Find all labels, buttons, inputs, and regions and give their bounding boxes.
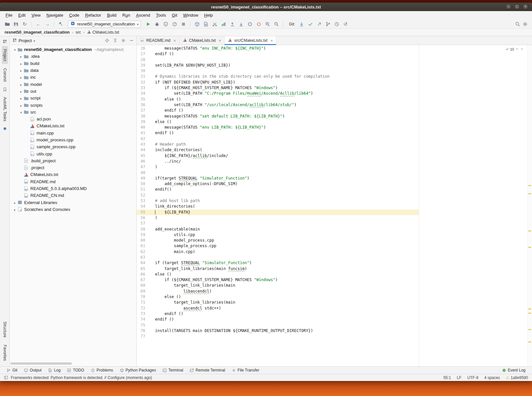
- tree-item-cmakelists-txt[interactable]: CMakeLists.txt: [10, 122, 136, 129]
- code-line[interactable]: 39else (): [137, 119, 527, 125]
- code-line[interactable]: 71 target_link_libraries(main: [137, 300, 527, 305]
- project-stripe-button[interactable]: Project: [2, 46, 8, 64]
- code-line[interactable]: 35 else (): [137, 97, 527, 102]
- warning-stripe-mark[interactable]: [528, 230, 531, 231]
- tree-item-external-libraries[interactable]: ▸External Libraries: [10, 199, 136, 206]
- code-line[interactable]: 57: [137, 221, 527, 226]
- code-line[interactable]: 72 ascendcl stdc++): [137, 306, 527, 311]
- tree-item-model-process-cpp[interactable]: C++model_process.cpp: [10, 136, 136, 143]
- code-line[interactable]: 74endif (): [137, 317, 527, 322]
- tree-item-resnet50-imagenet-classification[interactable]: ▾resnet50_imagenet_classification~/tag/s…: [10, 46, 136, 53]
- bookmark-icon[interactable]: [3, 87, 7, 92]
- locate-file-icon[interactable]: [105, 38, 109, 43]
- remote-terminal-toolwindow-button[interactable]: Remote Terminal: [186, 367, 228, 374]
- editor-tab-readme-md[interactable]: MDREADME.md×: [137, 36, 180, 45]
- menu-build[interactable]: Build: [104, 11, 119, 20]
- code-line[interactable]: 69 libascendcl): [137, 289, 527, 294]
- code-line[interactable]: 28: [137, 57, 527, 63]
- warning-stripe-mark[interactable]: [528, 309, 531, 309]
- code-line[interactable]: 67 if (${CMAKE_HOST_SYSTEM_NAME} MATCHES…: [137, 277, 527, 283]
- menu-navigate[interactable]: Navigate: [43, 11, 66, 20]
- code-line[interactable]: 56): [137, 215, 527, 221]
- search-icon[interactable]: [514, 21, 521, 27]
- code-line[interactable]: 55 ${LIB_PATH}: [137, 210, 527, 215]
- chip-icon[interactable]: [246, 21, 254, 27]
- code-line[interactable]: 49if(target STREQUAL "Simulator_Function…: [137, 176, 527, 181]
- run-icon[interactable]: [144, 21, 152, 27]
- git-branch-icon[interactable]: [324, 21, 332, 27]
- menu-ascend[interactable]: Ascend: [133, 11, 153, 20]
- code-line[interactable]: 68 target_link_libraries(main: [137, 283, 527, 288]
- code-line[interactable]: 62 main.cpp): [137, 249, 527, 255]
- breadcrumb-project[interactable]: resnet50_imagenet_classification: [5, 30, 70, 35]
- inspection-widget[interactable]: 10: [504, 47, 525, 52]
- next-problem-icon[interactable]: [520, 47, 524, 52]
- tree-item-readme-5-0-3-alpha003-md[interactable]: MDREADME_5.0.3.alpha003.MD: [10, 185, 136, 192]
- code-line[interactable]: 65 target_link_libraries(main funcsim): [137, 266, 527, 272]
- sync-icon[interactable]: ↻: [21, 21, 28, 27]
- code-line[interactable]: 44include_directories(: [137, 147, 527, 153]
- stop-icon[interactable]: [180, 21, 187, 27]
- project-horizontal-scrollbar[interactable]: [10, 362, 72, 365]
- code-line[interactable]: 45 ${INC_PATH}/acllib/include/: [137, 153, 527, 159]
- code-line[interactable]: 70 else (): [137, 294, 527, 300]
- minimize-button[interactable]: –: [506, 4, 512, 10]
- warning-stripe-mark[interactable]: [528, 341, 531, 342]
- code-line[interactable]: 31# Dynamic libraries in the stub direct…: [137, 74, 527, 79]
- menu-window[interactable]: Window: [180, 11, 201, 20]
- code-line[interactable]: 66else (): [137, 272, 527, 277]
- editor-tab-src-cmakelists-txt[interactable]: src/CMakeLists.txt×: [225, 36, 276, 45]
- structure-stripe-button[interactable]: Structure: [2, 319, 8, 341]
- chevron-right-icon[interactable]: ▸: [19, 96, 23, 101]
- zoom-in-icon[interactable]: [264, 21, 271, 27]
- file-transfer-toolwindow-button[interactable]: File Transfer: [228, 367, 263, 374]
- indent-style[interactable]: 4 spaces: [484, 375, 500, 380]
- tree-item-model[interactable]: ▸model: [10, 81, 136, 87]
- automl-tasks-stripe-button[interactable]: AutoML Tasks: [2, 94, 8, 124]
- code-line[interactable]: 58add_executable(main: [137, 227, 527, 232]
- chevron-right-icon[interactable]: ▸: [19, 54, 23, 59]
- scissors-icon[interactable]: [211, 21, 218, 27]
- code-line[interactable]: 51endif(): [137, 187, 527, 192]
- close-tab-icon[interactable]: ×: [219, 39, 221, 43]
- code-line[interactable]: 61 sample_process.cpp: [137, 243, 527, 249]
- settings-gear-icon[interactable]: [121, 38, 126, 43]
- tree-item-main-cpp[interactable]: C++main.cpp: [10, 130, 136, 136]
- breadcrumb-src[interactable]: src: [75, 30, 81, 35]
- close-tab-icon[interactable]: ×: [173, 39, 176, 43]
- upload-icon[interactable]: [228, 21, 236, 27]
- chevron-right-icon[interactable]: ▸: [19, 68, 23, 73]
- code-line[interactable]: 54link_directories(: [137, 204, 527, 209]
- code-line[interactable]: 27endif (): [137, 51, 527, 57]
- warning-stripe-mark[interactable]: [528, 313, 531, 314]
- tree-item-inc[interactable]: ▸inc: [10, 74, 136, 81]
- code-line[interactable]: 59 utils.cpp: [137, 232, 527, 238]
- code-line[interactable]: 64if (target STREQUAL "Simulator_Functio…: [137, 260, 527, 266]
- hide-panel-icon[interactable]: [129, 38, 134, 43]
- event-log-button[interactable]: Event Log: [499, 368, 529, 372]
- code-line[interactable]: 46 ../inc/: [137, 159, 527, 164]
- terminal-toolwindow-button[interactable]: Terminal: [159, 367, 186, 374]
- menu-help[interactable]: Help: [201, 11, 216, 20]
- commit-stripe-button[interactable]: Commit: [2, 65, 8, 85]
- code-line[interactable]: 76install(TARGETS main DESTINATION ${CMA…: [137, 328, 527, 334]
- title-bar[interactable]: resnet50_imagenet_classification – src/C…: [0, 3, 532, 11]
- breadcrumb-file[interactable]: CMakeLists.txt: [87, 30, 119, 35]
- warning-stripe-mark[interactable]: [528, 247, 531, 248]
- maximize-button[interactable]: □: [514, 4, 520, 10]
- code-editor[interactable]: 26 message(STATUS "env INC_PATH: ${INC_P…: [137, 45, 532, 366]
- chevron-right-icon[interactable]: ▸: [19, 75, 23, 80]
- code-line[interactable]: 38 message(STATUS "set default LIB_PATH:…: [137, 114, 527, 119]
- tree-item-sample-process-cpp[interactable]: C++sample_process.cpp: [10, 143, 136, 150]
- code-line[interactable]: 40 message(STATUS "env LIB_PATH: ${LIB_P…: [137, 125, 527, 130]
- menu-code[interactable]: Code: [66, 11, 82, 20]
- profiler-gauge-icon[interactable]: [171, 21, 178, 27]
- code-line[interactable]: 32if (NOT DEFINED ENV{NPU_HOST_LIB}): [137, 80, 527, 85]
- forward-icon[interactable]: →: [43, 21, 51, 27]
- menu-tools[interactable]: Tools: [153, 11, 169, 20]
- git-toolwindow-button[interactable]: Git: [3, 367, 21, 374]
- menu-run[interactable]: Run: [119, 11, 133, 20]
- back-icon[interactable]: ←: [35, 21, 42, 27]
- tree-item-build[interactable]: ▸build: [10, 60, 136, 67]
- code-line[interactable]: 37 endif (): [137, 108, 527, 113]
